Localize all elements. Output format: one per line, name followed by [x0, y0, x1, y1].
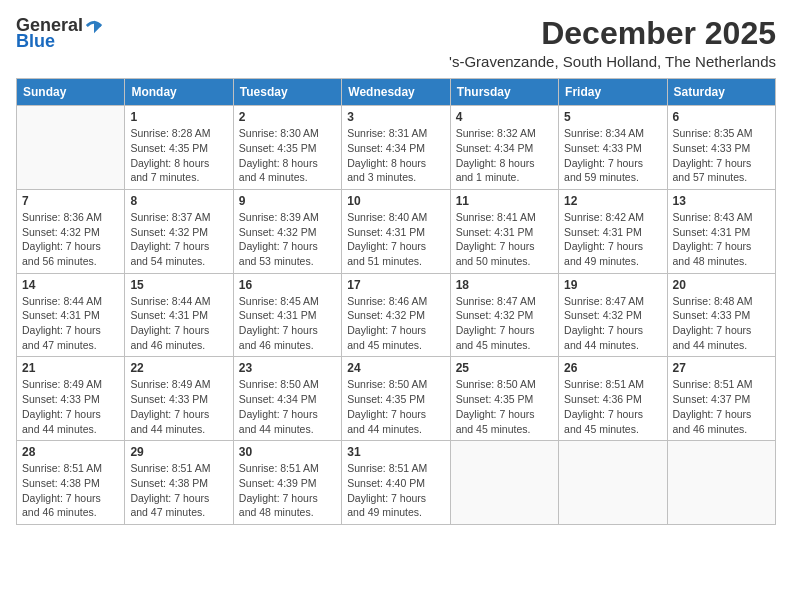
calendar-cell: 8Sunrise: 8:37 AMSunset: 4:32 PMDaylight… — [125, 189, 233, 273]
day-info: Sunrise: 8:46 AMSunset: 4:32 PMDaylight:… — [347, 294, 444, 353]
calendar-cell: 28Sunrise: 8:51 AMSunset: 4:38 PMDayligh… — [17, 441, 125, 525]
day-info: Sunrise: 8:32 AMSunset: 4:34 PMDaylight:… — [456, 126, 553, 185]
calendar-week-row: 7Sunrise: 8:36 AMSunset: 4:32 PMDaylight… — [17, 189, 776, 273]
day-info: Sunrise: 8:51 AMSunset: 4:36 PMDaylight:… — [564, 377, 661, 436]
day-info: Sunrise: 8:50 AMSunset: 4:35 PMDaylight:… — [347, 377, 444, 436]
calendar-cell: 20Sunrise: 8:48 AMSunset: 4:33 PMDayligh… — [667, 273, 775, 357]
day-info: Sunrise: 8:44 AMSunset: 4:31 PMDaylight:… — [130, 294, 227, 353]
day-number: 4 — [456, 110, 553, 124]
calendar-week-row: 21Sunrise: 8:49 AMSunset: 4:33 PMDayligh… — [17, 357, 776, 441]
day-number: 31 — [347, 445, 444, 459]
calendar-cell: 1Sunrise: 8:28 AMSunset: 4:35 PMDaylight… — [125, 106, 233, 190]
calendar-week-row: 14Sunrise: 8:44 AMSunset: 4:31 PMDayligh… — [17, 273, 776, 357]
day-number: 22 — [130, 361, 227, 375]
day-number: 10 — [347, 194, 444, 208]
month-title: December 2025 — [449, 16, 776, 51]
day-number: 24 — [347, 361, 444, 375]
day-number: 16 — [239, 278, 336, 292]
day-number: 25 — [456, 361, 553, 375]
calendar-cell: 12Sunrise: 8:42 AMSunset: 4:31 PMDayligh… — [559, 189, 667, 273]
col-header-sunday: Sunday — [17, 79, 125, 106]
calendar-cell — [667, 441, 775, 525]
calendar-cell: 22Sunrise: 8:49 AMSunset: 4:33 PMDayligh… — [125, 357, 233, 441]
day-number: 9 — [239, 194, 336, 208]
col-header-friday: Friday — [559, 79, 667, 106]
calendar-cell — [17, 106, 125, 190]
day-info: Sunrise: 8:50 AMSunset: 4:34 PMDaylight:… — [239, 377, 336, 436]
day-number: 3 — [347, 110, 444, 124]
day-number: 13 — [673, 194, 770, 208]
day-number: 7 — [22, 194, 119, 208]
calendar-cell: 25Sunrise: 8:50 AMSunset: 4:35 PMDayligh… — [450, 357, 558, 441]
calendar-table: SundayMondayTuesdayWednesdayThursdayFrid… — [16, 78, 776, 525]
day-number: 26 — [564, 361, 661, 375]
calendar-cell: 27Sunrise: 8:51 AMSunset: 4:37 PMDayligh… — [667, 357, 775, 441]
day-info: Sunrise: 8:40 AMSunset: 4:31 PMDaylight:… — [347, 210, 444, 269]
day-number: 8 — [130, 194, 227, 208]
col-header-saturday: Saturday — [667, 79, 775, 106]
logo-icon — [85, 17, 103, 35]
day-info: Sunrise: 8:45 AMSunset: 4:31 PMDaylight:… — [239, 294, 336, 353]
day-number: 19 — [564, 278, 661, 292]
location-title: 's-Gravenzande, South Holland, The Nethe… — [449, 53, 776, 70]
day-number: 23 — [239, 361, 336, 375]
day-number: 28 — [22, 445, 119, 459]
day-info: Sunrise: 8:44 AMSunset: 4:31 PMDaylight:… — [22, 294, 119, 353]
col-header-tuesday: Tuesday — [233, 79, 341, 106]
calendar-cell: 29Sunrise: 8:51 AMSunset: 4:38 PMDayligh… — [125, 441, 233, 525]
day-info: Sunrise: 8:50 AMSunset: 4:35 PMDaylight:… — [456, 377, 553, 436]
calendar-cell — [450, 441, 558, 525]
calendar-cell: 5Sunrise: 8:34 AMSunset: 4:33 PMDaylight… — [559, 106, 667, 190]
day-number: 30 — [239, 445, 336, 459]
calendar-cell: 7Sunrise: 8:36 AMSunset: 4:32 PMDaylight… — [17, 189, 125, 273]
day-info: Sunrise: 8:47 AMSunset: 4:32 PMDaylight:… — [456, 294, 553, 353]
calendar-header-row: SundayMondayTuesdayWednesdayThursdayFrid… — [17, 79, 776, 106]
day-info: Sunrise: 8:35 AMSunset: 4:33 PMDaylight:… — [673, 126, 770, 185]
calendar-cell: 4Sunrise: 8:32 AMSunset: 4:34 PMDaylight… — [450, 106, 558, 190]
logo: General Blue — [16, 16, 103, 52]
calendar-cell: 19Sunrise: 8:47 AMSunset: 4:32 PMDayligh… — [559, 273, 667, 357]
calendar-cell: 10Sunrise: 8:40 AMSunset: 4:31 PMDayligh… — [342, 189, 450, 273]
day-info: Sunrise: 8:36 AMSunset: 4:32 PMDaylight:… — [22, 210, 119, 269]
day-info: Sunrise: 8:51 AMSunset: 4:37 PMDaylight:… — [673, 377, 770, 436]
day-number: 5 — [564, 110, 661, 124]
calendar-cell: 15Sunrise: 8:44 AMSunset: 4:31 PMDayligh… — [125, 273, 233, 357]
calendar-cell: 14Sunrise: 8:44 AMSunset: 4:31 PMDayligh… — [17, 273, 125, 357]
day-number: 1 — [130, 110, 227, 124]
day-number: 27 — [673, 361, 770, 375]
day-info: Sunrise: 8:41 AMSunset: 4:31 PMDaylight:… — [456, 210, 553, 269]
title-block: December 2025 's-Gravenzande, South Holl… — [449, 16, 776, 70]
calendar-cell: 2Sunrise: 8:30 AMSunset: 4:35 PMDaylight… — [233, 106, 341, 190]
calendar-cell: 9Sunrise: 8:39 AMSunset: 4:32 PMDaylight… — [233, 189, 341, 273]
day-info: Sunrise: 8:42 AMSunset: 4:31 PMDaylight:… — [564, 210, 661, 269]
day-info: Sunrise: 8:30 AMSunset: 4:35 PMDaylight:… — [239, 126, 336, 185]
calendar-cell: 31Sunrise: 8:51 AMSunset: 4:40 PMDayligh… — [342, 441, 450, 525]
col-header-monday: Monday — [125, 79, 233, 106]
calendar-week-row: 28Sunrise: 8:51 AMSunset: 4:38 PMDayligh… — [17, 441, 776, 525]
day-number: 2 — [239, 110, 336, 124]
page-header: General Blue December 2025 's-Gravenzand… — [16, 16, 776, 70]
day-number: 14 — [22, 278, 119, 292]
day-info: Sunrise: 8:49 AMSunset: 4:33 PMDaylight:… — [130, 377, 227, 436]
day-number: 11 — [456, 194, 553, 208]
calendar-cell: 26Sunrise: 8:51 AMSunset: 4:36 PMDayligh… — [559, 357, 667, 441]
day-number: 20 — [673, 278, 770, 292]
calendar-week-row: 1Sunrise: 8:28 AMSunset: 4:35 PMDaylight… — [17, 106, 776, 190]
day-info: Sunrise: 8:43 AMSunset: 4:31 PMDaylight:… — [673, 210, 770, 269]
calendar-cell: 23Sunrise: 8:50 AMSunset: 4:34 PMDayligh… — [233, 357, 341, 441]
calendar-cell: 24Sunrise: 8:50 AMSunset: 4:35 PMDayligh… — [342, 357, 450, 441]
day-number: 29 — [130, 445, 227, 459]
day-info: Sunrise: 8:51 AMSunset: 4:40 PMDaylight:… — [347, 461, 444, 520]
calendar-cell: 11Sunrise: 8:41 AMSunset: 4:31 PMDayligh… — [450, 189, 558, 273]
calendar-cell: 18Sunrise: 8:47 AMSunset: 4:32 PMDayligh… — [450, 273, 558, 357]
col-header-wednesday: Wednesday — [342, 79, 450, 106]
calendar-cell: 30Sunrise: 8:51 AMSunset: 4:39 PMDayligh… — [233, 441, 341, 525]
day-number: 18 — [456, 278, 553, 292]
calendar-cell — [559, 441, 667, 525]
col-header-thursday: Thursday — [450, 79, 558, 106]
day-number: 12 — [564, 194, 661, 208]
day-info: Sunrise: 8:51 AMSunset: 4:39 PMDaylight:… — [239, 461, 336, 520]
day-info: Sunrise: 8:39 AMSunset: 4:32 PMDaylight:… — [239, 210, 336, 269]
logo-blue: Blue — [16, 32, 55, 52]
calendar-cell: 17Sunrise: 8:46 AMSunset: 4:32 PMDayligh… — [342, 273, 450, 357]
